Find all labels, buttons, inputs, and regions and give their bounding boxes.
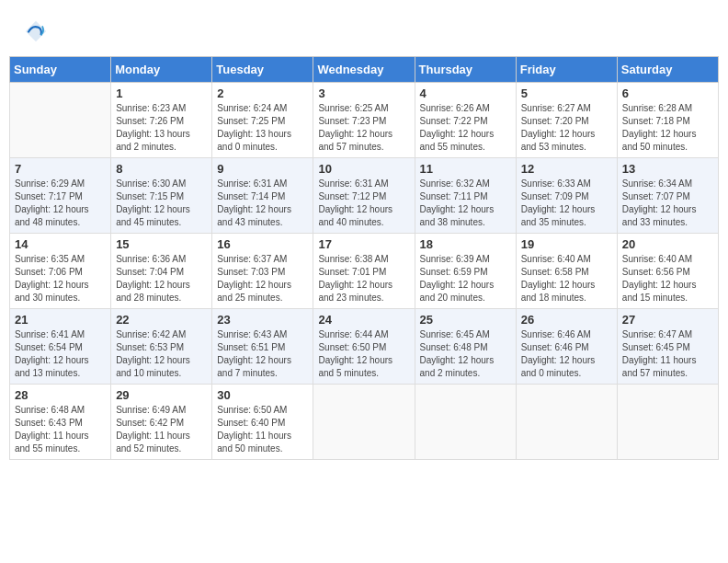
calendar-cell [617, 385, 718, 460]
day-info: Sunrise: 6:27 AMSunset: 7:20 PMDaylight:… [521, 102, 612, 154]
calendar-cell: 21Sunrise: 6:41 AMSunset: 6:54 PMDayligh… [10, 309, 111, 385]
day-number: 12 [521, 162, 612, 176]
weekday-header-sunday: Sunday [10, 57, 111, 83]
day-number: 1 [116, 86, 207, 100]
weekday-header-thursday: Thursday [415, 57, 516, 83]
calendar-cell: 16Sunrise: 6:37 AMSunset: 7:03 PMDayligh… [212, 234, 313, 309]
day-number: 10 [318, 162, 409, 176]
calendar-cell: 28Sunrise: 6:48 AMSunset: 6:43 PMDayligh… [10, 385, 111, 460]
day-info: Sunrise: 6:40 AMSunset: 6:56 PMDaylight:… [622, 253, 713, 304]
calendar-table: SundayMondayTuesdayWednesdayThursdayFrid… [9, 56, 719, 460]
calendar-cell: 8Sunrise: 6:30 AMSunset: 7:15 PMDaylight… [111, 158, 212, 234]
day-number: 2 [217, 86, 308, 100]
calendar-week-row: 1Sunrise: 6:23 AMSunset: 7:26 PMDaylight… [10, 83, 719, 158]
calendar-week-row: 14Sunrise: 6:35 AMSunset: 7:06 PMDayligh… [10, 234, 719, 309]
day-number: 15 [116, 237, 207, 251]
day-info: Sunrise: 6:47 AMSunset: 6:45 PMDaylight:… [622, 328, 713, 380]
day-info: Sunrise: 6:41 AMSunset: 6:54 PMDaylight:… [15, 328, 106, 380]
calendar-cell: 12Sunrise: 6:33 AMSunset: 7:09 PMDayligh… [516, 158, 617, 234]
day-info: Sunrise: 6:42 AMSunset: 6:53 PMDaylight:… [116, 328, 207, 380]
day-number: 7 [15, 162, 106, 176]
day-info: Sunrise: 6:23 AMSunset: 7:26 PMDaylight:… [116, 102, 207, 154]
day-number: 28 [15, 388, 106, 402]
logo [23, 18, 51, 44]
page-header [9, 9, 719, 49]
day-number: 22 [116, 313, 207, 327]
day-info: Sunrise: 6:33 AMSunset: 7:09 PMDaylight:… [521, 178, 612, 229]
day-number: 17 [318, 237, 409, 251]
calendar-cell [10, 83, 111, 158]
calendar-cell: 11Sunrise: 6:32 AMSunset: 7:11 PMDayligh… [415, 158, 516, 234]
calendar-cell: 15Sunrise: 6:36 AMSunset: 7:04 PMDayligh… [111, 234, 212, 309]
day-info: Sunrise: 6:49 AMSunset: 6:42 PMDaylight:… [116, 404, 207, 455]
weekday-header-wednesday: Wednesday [313, 57, 415, 83]
calendar-cell [415, 385, 516, 460]
day-info: Sunrise: 6:50 AMSunset: 6:40 PMDaylight:… [217, 404, 308, 455]
day-number: 21 [15, 313, 106, 327]
calendar-week-row: 7Sunrise: 6:29 AMSunset: 7:17 PMDaylight… [10, 158, 719, 234]
day-number: 23 [217, 313, 308, 327]
calendar-cell: 30Sunrise: 6:50 AMSunset: 6:40 PMDayligh… [212, 385, 313, 460]
calendar-cell: 23Sunrise: 6:43 AMSunset: 6:51 PMDayligh… [212, 309, 313, 385]
day-number: 14 [15, 237, 106, 251]
day-info: Sunrise: 6:39 AMSunset: 6:59 PMDaylight:… [420, 253, 511, 304]
calendar-cell: 9Sunrise: 6:31 AMSunset: 7:14 PMDaylight… [212, 158, 313, 234]
calendar-cell: 17Sunrise: 6:38 AMSunset: 7:01 PMDayligh… [313, 234, 415, 309]
day-number: 19 [521, 237, 612, 251]
day-info: Sunrise: 6:48 AMSunset: 6:43 PMDaylight:… [15, 404, 106, 455]
day-number: 8 [116, 162, 207, 176]
calendar-cell [313, 385, 415, 460]
logo-icon [23, 18, 49, 44]
calendar-cell: 13Sunrise: 6:34 AMSunset: 7:07 PMDayligh… [617, 158, 718, 234]
day-number: 25 [420, 313, 511, 327]
calendar-cell: 3Sunrise: 6:25 AMSunset: 7:23 PMDaylight… [313, 83, 415, 158]
day-number: 6 [622, 86, 713, 100]
day-number: 13 [622, 162, 713, 176]
day-info: Sunrise: 6:28 AMSunset: 7:18 PMDaylight:… [622, 102, 713, 154]
day-number: 3 [318, 86, 409, 100]
day-info: Sunrise: 6:32 AMSunset: 7:11 PMDaylight:… [420, 178, 511, 229]
calendar-cell: 22Sunrise: 6:42 AMSunset: 6:53 PMDayligh… [111, 309, 212, 385]
day-info: Sunrise: 6:24 AMSunset: 7:25 PMDaylight:… [217, 102, 308, 154]
day-number: 30 [217, 388, 308, 402]
calendar-cell [516, 385, 617, 460]
day-info: Sunrise: 6:44 AMSunset: 6:50 PMDaylight:… [318, 328, 409, 380]
calendar-cell: 20Sunrise: 6:40 AMSunset: 6:56 PMDayligh… [617, 234, 718, 309]
weekday-header-friday: Friday [516, 57, 617, 83]
calendar-cell: 27Sunrise: 6:47 AMSunset: 6:45 PMDayligh… [617, 309, 718, 385]
calendar-cell: 7Sunrise: 6:29 AMSunset: 7:17 PMDaylight… [10, 158, 111, 234]
calendar-cell: 4Sunrise: 6:26 AMSunset: 7:22 PMDaylight… [415, 83, 516, 158]
calendar-cell: 18Sunrise: 6:39 AMSunset: 6:59 PMDayligh… [415, 234, 516, 309]
day-info: Sunrise: 6:25 AMSunset: 7:23 PMDaylight:… [318, 102, 409, 154]
day-number: 18 [420, 237, 511, 251]
day-info: Sunrise: 6:40 AMSunset: 6:58 PMDaylight:… [521, 253, 612, 304]
day-number: 9 [217, 162, 308, 176]
day-info: Sunrise: 6:30 AMSunset: 7:15 PMDaylight:… [116, 178, 207, 229]
calendar-cell: 19Sunrise: 6:40 AMSunset: 6:58 PMDayligh… [516, 234, 617, 309]
day-number: 16 [217, 237, 308, 251]
calendar-header-row: SundayMondayTuesdayWednesdayThursdayFrid… [10, 57, 719, 83]
day-info: Sunrise: 6:31 AMSunset: 7:14 PMDaylight:… [217, 178, 308, 229]
calendar-cell: 26Sunrise: 6:46 AMSunset: 6:46 PMDayligh… [516, 309, 617, 385]
calendar-cell: 29Sunrise: 6:49 AMSunset: 6:42 PMDayligh… [111, 385, 212, 460]
day-info: Sunrise: 6:35 AMSunset: 7:06 PMDaylight:… [15, 253, 106, 304]
day-info: Sunrise: 6:45 AMSunset: 6:48 PMDaylight:… [420, 328, 511, 380]
day-number: 11 [420, 162, 511, 176]
day-info: Sunrise: 6:34 AMSunset: 7:07 PMDaylight:… [622, 178, 713, 229]
day-info: Sunrise: 6:37 AMSunset: 7:03 PMDaylight:… [217, 253, 308, 304]
day-number: 27 [622, 313, 713, 327]
day-number: 26 [521, 313, 612, 327]
calendar-week-row: 28Sunrise: 6:48 AMSunset: 6:43 PMDayligh… [10, 385, 719, 460]
day-number: 20 [622, 237, 713, 251]
weekday-header-saturday: Saturday [617, 57, 718, 83]
day-info: Sunrise: 6:38 AMSunset: 7:01 PMDaylight:… [318, 253, 409, 304]
calendar-cell: 5Sunrise: 6:27 AMSunset: 7:20 PMDaylight… [516, 83, 617, 158]
day-info: Sunrise: 6:46 AMSunset: 6:46 PMDaylight:… [521, 328, 612, 380]
day-info: Sunrise: 6:36 AMSunset: 7:04 PMDaylight:… [116, 253, 207, 304]
calendar-cell: 14Sunrise: 6:35 AMSunset: 7:06 PMDayligh… [10, 234, 111, 309]
calendar-cell: 24Sunrise: 6:44 AMSunset: 6:50 PMDayligh… [313, 309, 415, 385]
weekday-header-tuesday: Tuesday [212, 57, 313, 83]
calendar-cell: 2Sunrise: 6:24 AMSunset: 7:25 PMDaylight… [212, 83, 313, 158]
day-info: Sunrise: 6:26 AMSunset: 7:22 PMDaylight:… [420, 102, 511, 154]
day-number: 29 [116, 388, 207, 402]
